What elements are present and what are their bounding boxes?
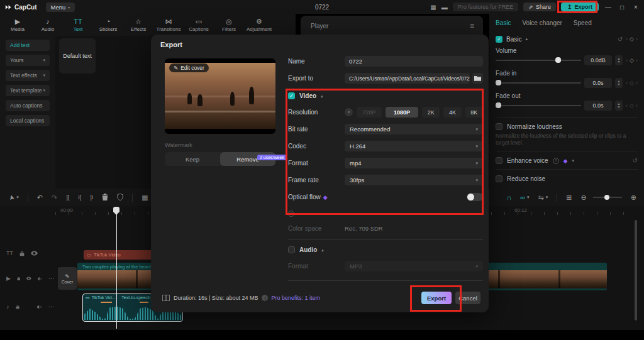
- audio-format-select[interactable]: MP3▾: [345, 261, 483, 271]
- pro-features-button[interactable]: Pro features for FREE: [453, 3, 519, 11]
- video-checkbox[interactable]: ✓: [288, 92, 295, 99]
- timeline-zoom-slider[interactable]: [593, 197, 622, 198]
- lock-icon[interactable]: [19, 251, 25, 256]
- keyframe-next-icon[interactable]: ›: [636, 57, 638, 63]
- zoom-in-icon[interactable]: ⊕: [631, 194, 636, 202]
- reset-icon[interactable]: ↺: [633, 157, 638, 164]
- text-clip[interactable]: ▭ TikTok Video: [84, 250, 156, 260]
- chevron-down-icon[interactable]: ▾: [527, 195, 530, 200]
- fade-out-slider-thumb[interactable]: [496, 102, 501, 108]
- cancel-button[interactable]: Cancel: [455, 292, 480, 304]
- zoom-slider-thumb[interactable]: [604, 195, 609, 200]
- edit-cover-button[interactable]: ✎ Edit cover: [169, 63, 209, 72]
- tab-voice-changer[interactable]: Voice changer: [522, 19, 562, 26]
- sidebar-item-local-captions[interactable]: Local captions: [6, 115, 50, 126]
- sidebar-item-add-text[interactable]: Add text: [6, 40, 50, 51]
- undo-icon[interactable]: ↶: [37, 194, 43, 202]
- export-button-top[interactable]: ↥ Export: [561, 3, 599, 11]
- reduce-noise-checkbox[interactable]: [496, 175, 502, 182]
- export-confirm-button[interactable]: Export: [421, 292, 452, 304]
- tab-audio[interactable]: ♪Audio: [34, 18, 62, 32]
- mask-icon[interactable]: [117, 194, 123, 202]
- trim-right-icon[interactable]: ]I: [90, 194, 93, 200]
- normalize-loudness-checkbox[interactable]: [496, 123, 502, 130]
- tab-captions[interactable]: ▭Captions: [185, 18, 213, 32]
- fade-in-slider-thumb[interactable]: [496, 80, 501, 85]
- eye-icon[interactable]: [31, 251, 38, 256]
- fade-out-slider[interactable]: [496, 105, 581, 106]
- sidebar-item-yours[interactable]: Yours▾: [6, 55, 50, 66]
- watermark-keep-button[interactable]: Keep: [165, 152, 220, 166]
- collapse-icon[interactable]: ▴: [321, 94, 323, 99]
- trim-left-icon[interactable]: I[: [78, 194, 81, 200]
- tab-adjustment[interactable]: ⚙Adjustment: [245, 18, 273, 32]
- mute-icon[interactable]: [38, 276, 42, 282]
- playhead[interactable]: [116, 207, 117, 329]
- layout-wide-icon[interactable]: ▬: [441, 4, 448, 11]
- collapse-icon[interactable]: ▴: [525, 36, 528, 41]
- more-icon[interactable]: ⋯: [48, 275, 54, 282]
- tab-effects[interactable]: ☆Effects: [125, 18, 152, 32]
- sidebar-item-text-effects[interactable]: Text effects▾: [6, 70, 50, 81]
- audio-checkbox[interactable]: [288, 246, 295, 253]
- reset-icon[interactable]: ↺: [618, 36, 623, 43]
- minimize-button[interactable]: —: [604, 4, 613, 11]
- chevron-down-icon[interactable]: ▾: [572, 158, 575, 163]
- tab-basic[interactable]: Basic: [496, 19, 511, 26]
- resolution-720p[interactable]: 720P: [357, 107, 382, 118]
- keyframe-prev-icon[interactable]: ‹: [626, 36, 628, 42]
- timeline-scrollbar[interactable]: [635, 220, 637, 321]
- preview-axis-icon[interactable]: ⊞: [566, 194, 572, 202]
- cover-preview[interactable]: ✎ Edit cover: [165, 58, 275, 134]
- default-text-card[interactable]: Default text: [59, 38, 96, 74]
- tab-transitions[interactable]: ⋈Transitions: [155, 18, 182, 32]
- keyframe-icon[interactable]: ◇: [630, 102, 634, 109]
- fade-in-stepper[interactable]: ▲▼: [615, 78, 623, 88]
- share-button[interactable]: ⇗ Share: [523, 3, 556, 11]
- delete-icon[interactable]: [102, 194, 108, 202]
- more-icon[interactable]: ⋯: [48, 304, 54, 310]
- resolution-prev-arrow[interactable]: ‹: [345, 108, 353, 116]
- help-icon[interactable]: ?: [553, 158, 559, 164]
- close-button[interactable]: ×: [631, 4, 640, 11]
- resolution-2k[interactable]: 2K: [422, 107, 440, 118]
- keyframe-icon[interactable]: ◇: [630, 36, 634, 42]
- fade-in-slider[interactable]: [496, 82, 581, 84]
- zoom-out-icon[interactable]: ⊖: [581, 194, 587, 202]
- resolution-4k[interactable]: 4K: [443, 107, 461, 118]
- chevron-down-icon[interactable]: ▾: [546, 195, 548, 200]
- tab-text[interactable]: TTText: [64, 18, 92, 32]
- volume-value[interactable]: 0.0dB: [584, 55, 612, 65]
- keyframe-icon[interactable]: ◇: [630, 80, 634, 86]
- resolution-8k[interactable]: 8K: [465, 107, 483, 118]
- bitrate-select[interactable]: Recommended▾: [345, 124, 483, 134]
- volume-slider-thumb[interactable]: [555, 57, 561, 63]
- format-select[interactable]: mp4▾: [345, 158, 483, 168]
- tab-speed[interactable]: Speed: [574, 19, 592, 26]
- tab-filters[interactable]: ◎Filters: [215, 18, 243, 32]
- sidebar-item-text-template[interactable]: Text template▾: [6, 85, 50, 96]
- mute-icon[interactable]: [37, 304, 42, 310]
- volume-stepper[interactable]: ▲▼: [615, 55, 623, 65]
- tab-stickers[interactable]: ◔Stickers: [94, 18, 122, 32]
- pro-benefits[interactable]: i Pro benefits: 1 item: [262, 295, 320, 301]
- layout-split-icon[interactable]: ▦: [430, 4, 436, 11]
- chevron-down-icon[interactable]: ▾: [16, 195, 19, 200]
- name-input[interactable]: 0722: [345, 56, 483, 67]
- cover-edit-button[interactable]: ✎ Cover: [58, 267, 77, 290]
- tab-media[interactable]: ▶Media: [4, 18, 31, 32]
- lock-icon[interactable]: [16, 304, 19, 310]
- keyframe-icon[interactable]: ◇: [630, 57, 634, 63]
- fade-in-value[interactable]: 0.0s: [584, 78, 612, 88]
- export-path-input[interactable]: C:/Users/Usman/AppData/Local/CapCut/Vide…: [345, 73, 470, 84]
- volume-slider[interactable]: [496, 60, 581, 61]
- split-icon[interactable]: ][: [66, 194, 69, 200]
- collapse-icon[interactable]: ▴: [321, 248, 324, 253]
- help-icon[interactable]: ?: [288, 211, 294, 217]
- fade-out-value[interactable]: 0.0s: [584, 101, 612, 111]
- basic-checkbox[interactable]: ✓: [496, 36, 502, 43]
- flip-icon[interactable]: ⇋: [538, 194, 544, 202]
- sidebar-item-auto-captions[interactable]: Auto captions: [6, 100, 50, 111]
- framerate-select[interactable]: 30fps▾: [345, 175, 483, 185]
- keyframe-prev-icon[interactable]: ‹: [626, 57, 628, 63]
